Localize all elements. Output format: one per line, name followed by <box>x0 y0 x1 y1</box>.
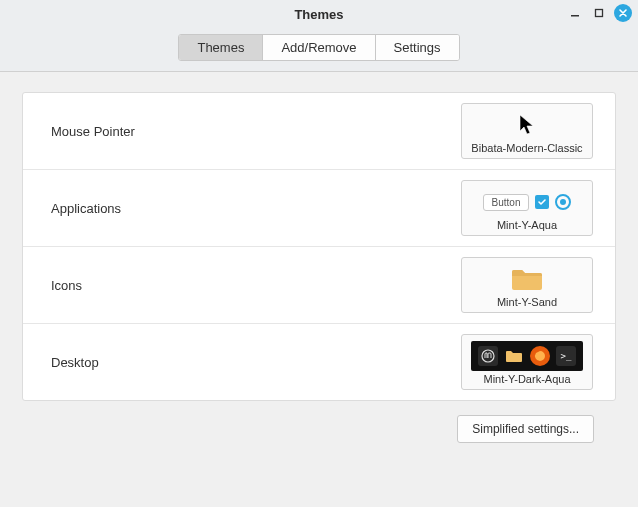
preview-mouse-pointer <box>517 110 537 140</box>
themes-card: Mouse Pointer Bibata-Modern-Classic Appl… <box>22 92 616 401</box>
svg-rect-0 <box>571 15 579 17</box>
minimize-icon <box>570 8 580 18</box>
window-controls <box>566 4 632 22</box>
taskbar-folder-icon <box>504 346 524 366</box>
folder-icon <box>510 266 544 292</box>
preview-radio-widget <box>555 194 571 210</box>
tabbar: Themes Add/Remove Settings <box>0 28 638 72</box>
mint-menu-icon <box>478 346 498 366</box>
tab-settings[interactable]: Settings <box>376 35 459 60</box>
close-icon <box>618 8 628 18</box>
row-desktop: Desktop >_ <box>23 324 615 400</box>
taskbar-firefox-icon <box>530 346 550 366</box>
value-mouse-pointer: Bibata-Modern-Classic <box>471 142 582 154</box>
titlebar: Themes <box>0 0 638 28</box>
footer: Simplified settings... <box>22 401 616 443</box>
check-icon <box>537 197 547 207</box>
preview-button-widget: Button <box>483 194 530 211</box>
row-applications: Applications Button Mint-Y-Aqua <box>23 170 615 247</box>
content-area: Mouse Pointer Bibata-Modern-Classic Appl… <box>0 72 638 507</box>
preview-desktop: >_ <box>471 341 583 371</box>
preview-icons <box>510 264 544 294</box>
preview-applications: Button <box>483 187 572 217</box>
simplified-settings-button[interactable]: Simplified settings... <box>457 415 594 443</box>
selector-icons[interactable]: Mint-Y-Sand <box>461 257 593 313</box>
minimize-button[interactable] <box>566 4 584 22</box>
row-icons: Icons Mint-Y-Sand <box>23 247 615 324</box>
selector-applications[interactable]: Button Mint-Y-Aqua <box>461 180 593 236</box>
svg-rect-1 <box>596 10 603 17</box>
value-applications: Mint-Y-Aqua <box>497 219 557 231</box>
close-button[interactable] <box>614 4 632 22</box>
window-title: Themes <box>294 7 343 22</box>
row-label-mouse-pointer: Mouse Pointer <box>51 124 135 139</box>
selector-mouse-pointer[interactable]: Bibata-Modern-Classic <box>461 103 593 159</box>
row-label-desktop: Desktop <box>51 355 99 370</box>
tab-group: Themes Add/Remove Settings <box>178 34 459 61</box>
desktop-taskbar-preview: >_ <box>471 341 583 371</box>
tab-themes[interactable]: Themes <box>179 35 263 60</box>
selector-desktop[interactable]: >_ Mint-Y-Dark-Aqua <box>461 334 593 390</box>
row-label-icons: Icons <box>51 278 82 293</box>
taskbar-terminal-icon: >_ <box>556 346 576 366</box>
value-desktop: Mint-Y-Dark-Aqua <box>483 373 570 385</box>
row-label-applications: Applications <box>51 201 121 216</box>
maximize-button[interactable] <box>590 4 608 22</box>
row-mouse-pointer: Mouse Pointer Bibata-Modern-Classic <box>23 93 615 170</box>
window: Themes Themes Add/Remove Settings Mouse … <box>0 0 638 507</box>
preview-checkbox-widget <box>535 195 549 209</box>
tab-add-remove[interactable]: Add/Remove <box>263 35 375 60</box>
maximize-icon <box>594 8 604 18</box>
value-icons: Mint-Y-Sand <box>497 296 557 308</box>
cursor-icon <box>517 113 537 137</box>
